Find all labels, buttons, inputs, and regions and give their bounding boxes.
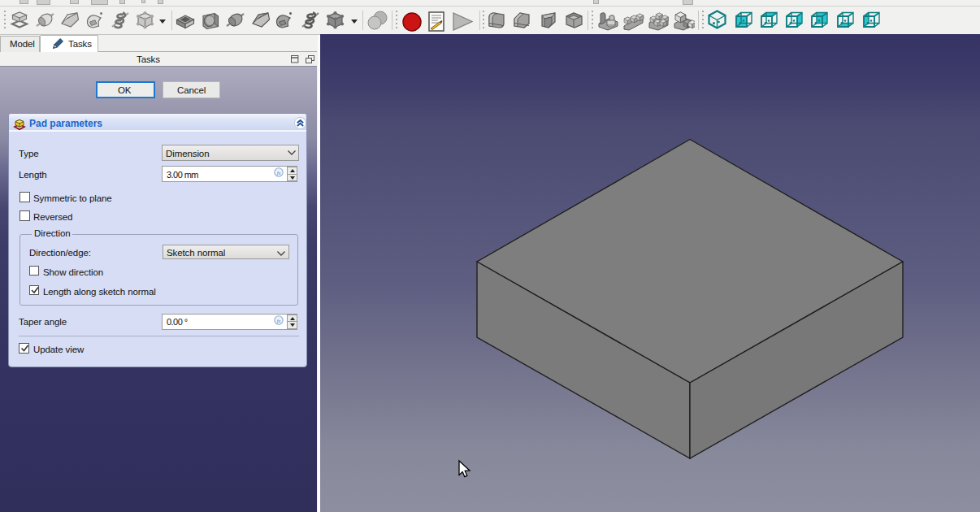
svg-text:fx: fx bbox=[277, 317, 281, 323]
svg-text:fx: fx bbox=[277, 170, 281, 176]
